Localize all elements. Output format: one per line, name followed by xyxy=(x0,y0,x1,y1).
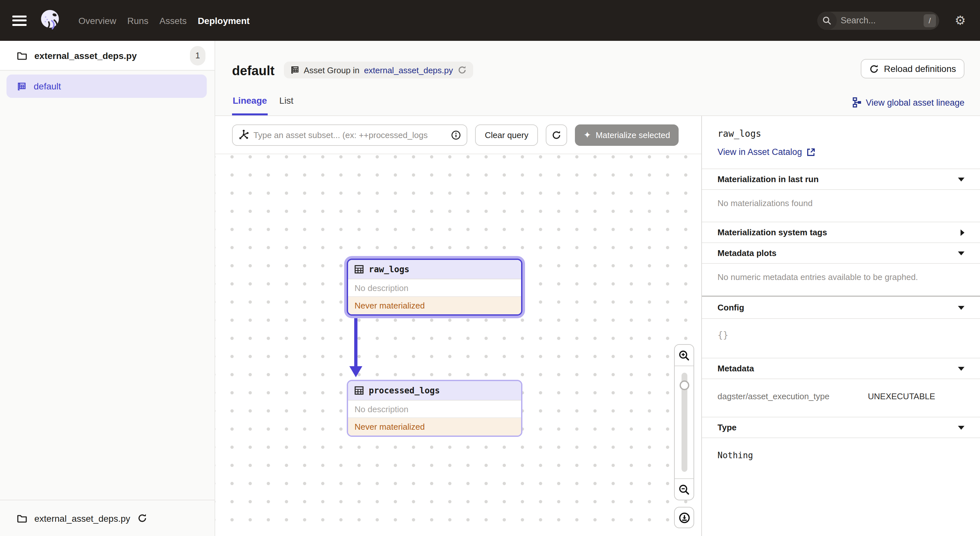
download-graph-button[interactable] xyxy=(674,507,694,528)
graph-toolbar: Clear query ✦ Materialize selected xyxy=(215,116,701,154)
sidebar-repo-row[interactable]: external_asset_deps.py 1 xyxy=(0,41,215,71)
tab-lineage[interactable]: Lineage xyxy=(232,95,268,115)
section-materialization-last-run[interactable]: Materialization in last run xyxy=(702,169,980,189)
clear-query-button[interactable]: Clear query xyxy=(475,124,538,145)
nav-assets[interactable]: Assets xyxy=(159,15,187,25)
primary-nav: Overview Runs Assets Deployment xyxy=(78,15,250,25)
asset-node-label: processed_logs xyxy=(369,386,440,395)
folder-icon xyxy=(17,51,27,60)
gear-icon[interactable]: ⚙ xyxy=(955,14,966,27)
section-body-materialization: No materializations found xyxy=(702,189,980,222)
section-body-metadata-plots: No numeric metadata entries available to… xyxy=(702,263,980,296)
nav-deployment[interactable]: Deployment xyxy=(198,15,250,25)
sparkle-icon: ✦ xyxy=(583,130,591,139)
metadata-value: UNEXECUTABLE xyxy=(868,391,935,401)
metadata-key: dagster/asset_execution_type xyxy=(718,391,868,401)
section-type[interactable]: Type xyxy=(702,417,980,437)
external-link-icon xyxy=(807,148,816,156)
asset-node-description: No description xyxy=(348,401,521,418)
graph-refresh-button[interactable] xyxy=(546,124,567,145)
info-icon[interactable] xyxy=(451,130,461,140)
global-search[interactable]: / xyxy=(817,11,939,30)
zoom-slider-thumb[interactable] xyxy=(679,380,689,390)
tabs-row: Lineage List View global asset lineage xyxy=(215,78,980,116)
folder-icon xyxy=(17,514,27,523)
chevron-down-icon xyxy=(958,426,964,429)
top-navigation-bar: Overview Runs Assets Deployment / ⚙ xyxy=(0,0,980,41)
section-config[interactable]: Config xyxy=(702,296,980,318)
materialize-selected-button[interactable]: ✦ Materialize selected xyxy=(575,124,678,145)
refresh-icon[interactable] xyxy=(458,65,467,75)
section-metadata[interactable]: Metadata xyxy=(702,358,980,379)
asset-subset-input[interactable] xyxy=(253,130,447,140)
zoom-out-button[interactable] xyxy=(675,479,694,500)
chevron-down-icon xyxy=(958,366,964,371)
section-body-config: {} xyxy=(702,318,980,358)
asset-group-icon xyxy=(17,81,27,91)
tab-list[interactable]: List xyxy=(279,95,294,115)
section-body-type: Nothing xyxy=(702,437,980,474)
app: Overview Runs Assets Deployment / ⚙ exte… xyxy=(0,0,980,536)
chevron-right-icon xyxy=(961,229,964,235)
repo-asset-count-badge: 1 xyxy=(190,46,205,65)
refresh-icon xyxy=(552,130,561,140)
nav-runs[interactable]: Runs xyxy=(127,15,148,25)
section-body-metadata: dagster/asset_execution_type UNEXECUTABL… xyxy=(702,379,980,417)
asset-node-status: Never materialized xyxy=(348,418,521,436)
sidebar-item-default-group[interactable]: default xyxy=(6,75,207,98)
table-icon xyxy=(355,265,364,274)
section-metadata-plots[interactable]: Metadata plots xyxy=(702,242,980,263)
dagster-logo-icon[interactable] xyxy=(38,8,63,33)
zoom-controls xyxy=(674,344,694,528)
search-input[interactable] xyxy=(837,16,924,25)
asset-detail-panel: raw_logs View in Asset Catalog Materiali… xyxy=(701,116,980,536)
group-label: default xyxy=(34,81,61,91)
search-shortcut-badge: / xyxy=(924,14,936,27)
reload-definitions-button[interactable]: Reload definitions xyxy=(861,59,964,78)
nav-overview[interactable]: Overview xyxy=(78,15,116,25)
repo-name: external_asset_deps.py xyxy=(34,50,137,60)
asset-selector-icon xyxy=(239,130,249,140)
zoom-in-icon xyxy=(679,350,690,361)
refresh-icon xyxy=(869,64,878,73)
asset-node-description: No description xyxy=(348,279,521,297)
chevron-down-icon xyxy=(958,251,964,255)
lineage-graph-icon xyxy=(852,97,861,108)
code-location-sidebar: external_asset_deps.py 1 default externa… xyxy=(0,41,215,536)
asset-node-raw-logs[interactable]: raw_logs No description Never materializ… xyxy=(347,259,522,316)
selected-asset-name: raw_logs xyxy=(718,128,964,139)
asset-subset-input-wrapper[interactable] xyxy=(232,124,467,145)
view-in-asset-catalog-link[interactable]: View in Asset Catalog xyxy=(718,147,816,157)
section-materialization-system-tags[interactable]: Materialization system tags xyxy=(702,222,980,242)
context-repo-link[interactable]: external_asset_deps.py xyxy=(364,65,453,75)
zoom-slider[interactable] xyxy=(675,366,694,479)
hamburger-menu-icon[interactable] xyxy=(12,15,27,25)
context-text: Asset Group in xyxy=(304,65,360,75)
table-icon xyxy=(355,386,364,395)
view-global-asset-lineage-link[interactable]: View global asset lineage xyxy=(852,97,964,115)
main-content: default Asset Group in external_asset_de… xyxy=(215,41,980,536)
chevron-down-icon xyxy=(958,177,964,181)
page-header: default Asset Group in external_asset_de… xyxy=(215,41,980,78)
asset-group-context-pill: Asset Group in external_asset_deps.py xyxy=(283,62,473,78)
asset-group-icon xyxy=(290,65,299,75)
metadata-row: dagster/asset_execution_type UNEXECUTABL… xyxy=(718,388,964,401)
sidebar-footer: external_asset_deps.py xyxy=(0,500,215,536)
asset-node-label: raw_logs xyxy=(369,264,409,274)
download-icon xyxy=(678,512,690,523)
asset-node-status: Never materialized xyxy=(348,297,521,314)
footer-repo-name: external_asset_deps.py xyxy=(34,513,130,523)
chevron-down-icon xyxy=(958,305,964,310)
refresh-icon[interactable] xyxy=(137,513,147,523)
search-icon xyxy=(817,11,837,30)
zoom-out-icon xyxy=(679,484,690,495)
asset-node-processed-logs[interactable]: processed_logs No description Never mate… xyxy=(347,380,522,437)
lineage-canvas[interactable] xyxy=(215,154,701,536)
page-title: default xyxy=(232,64,275,78)
lineage-graph-pane: Clear query ✦ Materialize selected xyxy=(215,116,701,536)
lineage-edge-arrow xyxy=(348,318,364,379)
zoom-in-button[interactable] xyxy=(675,345,694,366)
